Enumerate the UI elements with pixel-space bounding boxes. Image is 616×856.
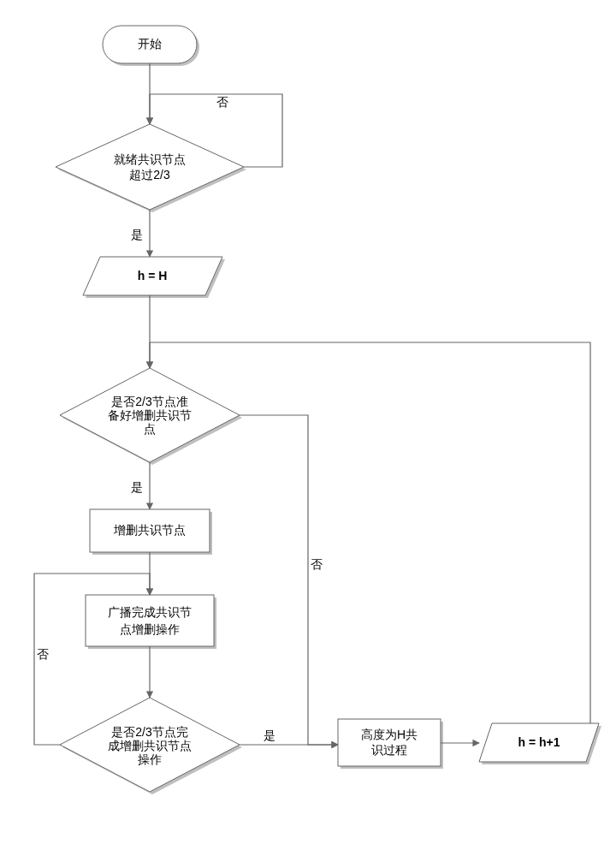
d3-line2: 成增删共识节点 (108, 739, 192, 752)
io-hH: h = H (83, 257, 225, 298)
p3-line1: 高度为H共 (361, 728, 418, 741)
process-p3: 高度为H共 识过程 (338, 719, 443, 769)
decision-d2: 是否2/3节点准 备好增删共识节 点 (60, 368, 242, 465)
start-label: 开始 (138, 37, 162, 51)
d2-line2: 备好增删共识节 (108, 408, 192, 422)
d2-no-label: 否 (311, 557, 323, 571)
d2-line1: 是否2/3节点准 (111, 395, 187, 408)
d1-line1: 就绪共识节点 (114, 152, 186, 166)
p2-line1: 广播完成共识节 (108, 605, 192, 619)
edge-io2-back (150, 342, 590, 723)
flowchart: 开始 就绪共识节点 超过2/3 否 是 h = H 是否2/3节点准 备好增删共… (0, 0, 616, 856)
d1-yes-label: 是 (131, 228, 143, 241)
decision-d1: 就绪共识节点 超过2/3 (56, 124, 246, 212)
io-hinc: h = h+1 (479, 723, 601, 764)
p2-line2: 点增删操作 (120, 622, 180, 636)
d3-line3: 操作 (138, 752, 162, 766)
start-node: 开始 (103, 26, 199, 66)
d2-line3: 点 (144, 422, 156, 436)
d3-no-label: 否 (37, 647, 49, 661)
d1-line2: 超过2/3 (129, 168, 170, 181)
d2-yes-label: 是 (131, 480, 143, 494)
d3-yes-label: 是 (264, 728, 275, 742)
d3-line1: 是否2/3节点完 (111, 725, 187, 739)
p3-line2: 识过程 (371, 743, 407, 757)
d1-no-label: 否 (216, 95, 228, 109)
process-p2: 广播完成共识节 点增删操作 (86, 595, 216, 649)
process-p1: 增删共识节点 (90, 509, 212, 555)
io1-label: h = H (138, 269, 168, 282)
p1-label: 增删共识节点 (113, 523, 186, 537)
decision-d3: 是否2/3节点完 成增删共识节点 操作 (60, 698, 242, 794)
svg-rect-11 (86, 595, 214, 646)
edge-d2-no (240, 415, 338, 745)
io2-label: h = h+1 (518, 735, 560, 749)
